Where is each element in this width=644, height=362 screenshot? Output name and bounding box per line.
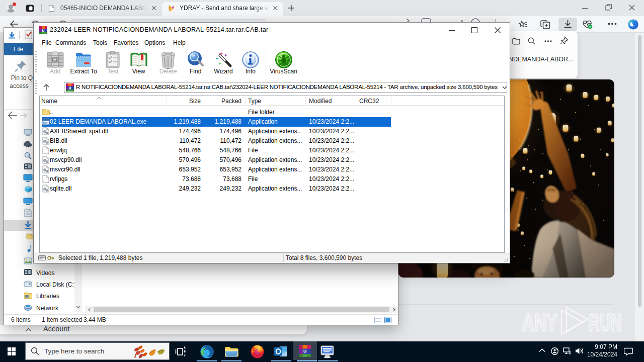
svg-text:ANY: ANY [522, 309, 557, 336]
svg-text:10/24/2024: 10/24/2024 [587, 351, 617, 358]
svg-text:RUN: RUN [589, 309, 622, 336]
svg-text:9:07 PM: 9:07 PM [595, 343, 617, 350]
